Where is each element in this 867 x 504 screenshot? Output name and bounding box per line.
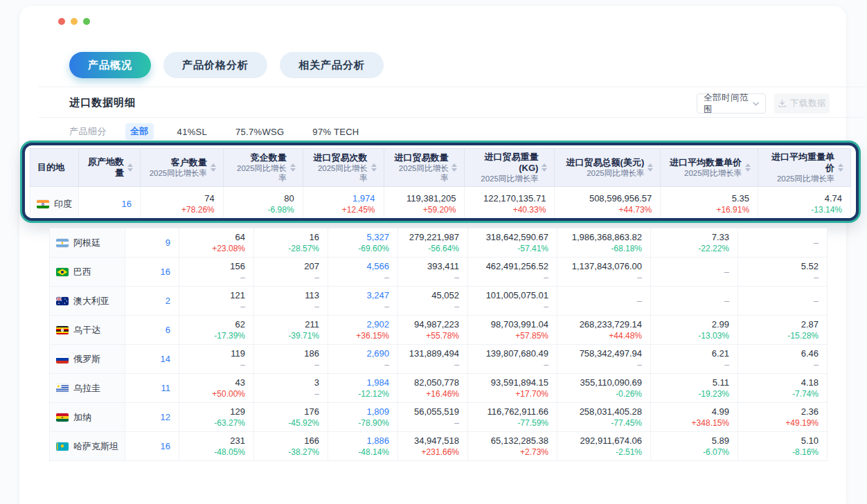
window-zoom-button[interactable] bbox=[83, 18, 90, 25]
filter-option-75-7-wsg[interactable]: 75.7%WSG bbox=[231, 125, 289, 139]
sort-icon[interactable] bbox=[647, 163, 653, 172]
cell-value: 355,110,090.69 bbox=[566, 377, 642, 388]
table-row[interactable]: 哈萨克斯坦16231-48.05%166-38.27%1,886-48.14%3… bbox=[50, 432, 828, 461]
tab-related-product-analysis[interactable]: 相关产品分析 bbox=[280, 52, 384, 78]
origin-count-link[interactable]: 12 bbox=[134, 411, 170, 423]
customer-count-cell: 74+78.26% bbox=[140, 187, 223, 222]
trade-amount-cell: 258,031,405.28-77.45% bbox=[557, 403, 651, 432]
column-header-origin-count[interactable]: 原产地数量 bbox=[79, 149, 141, 187]
cell-value: 122,170,135.71 bbox=[473, 192, 546, 204]
sort-icon[interactable] bbox=[452, 163, 457, 172]
time-range-select[interactable]: 全部时间范围 bbox=[697, 93, 766, 114]
cell-value: 5.11 bbox=[659, 377, 729, 388]
origin-count-link[interactable]: 9 bbox=[134, 237, 170, 249]
column-header-trade-amount[interactable]: 进口贸易总额(美元)2025同比增长率 bbox=[555, 149, 661, 187]
flag-icon-ru bbox=[56, 355, 69, 363]
column-header-competitor-count[interactable]: 竞企数量2025同比增长率 bbox=[223, 149, 303, 187]
trade-count-link[interactable]: 5,327 bbox=[337, 231, 389, 243]
cell-value: 176 bbox=[262, 406, 319, 417]
origin-count-cell: 16 bbox=[79, 187, 141, 222]
avg-quantity-price-cell: 7.33-22.22% bbox=[651, 228, 738, 258]
avg-weight-price-cell: – bbox=[738, 228, 828, 258]
cell-value: 166 bbox=[262, 435, 319, 447]
table-row[interactable]: 澳大利亚2121–113–3,247–45,052–101,005,075.01… bbox=[50, 287, 828, 316]
growth-rate: -69.60% bbox=[337, 244, 389, 254]
tab-product-overview[interactable]: 产品概况 bbox=[69, 52, 151, 78]
trade-count-link[interactable]: 1,974 bbox=[312, 192, 375, 204]
table-row[interactable]: 乌干达662-17.39%211-39.71%2,902+36.15%94,98… bbox=[50, 316, 828, 345]
window-minimize-button[interactable] bbox=[71, 18, 78, 25]
table-row[interactable]: 阿根廷964+23.08%16-28.57%5,327-69.60%279,22… bbox=[50, 228, 828, 258]
origin-count-link[interactable]: 16 bbox=[87, 198, 132, 210]
origin-count-link[interactable]: 16 bbox=[134, 440, 170, 452]
table-row[interactable]: 印度1674+78.26%80-6.98%1,974+12.45%119,381… bbox=[30, 187, 851, 222]
filter-option-41-sl[interactable]: 41%SL bbox=[172, 125, 212, 139]
flag-icon-au bbox=[56, 297, 69, 305]
competitor-count-cell: 186– bbox=[254, 345, 328, 374]
cell-value: 113 bbox=[262, 289, 319, 301]
avg-quantity-price-cell: – bbox=[651, 287, 738, 316]
column-header-customer-count[interactable]: 客户数量2025同比增长率 bbox=[140, 149, 223, 187]
trade-count-link[interactable]: 2,690 bbox=[337, 348, 389, 359]
filter-option-97-tech[interactable]: 97% TECH bbox=[307, 125, 364, 139]
growth-rate: -8.16% bbox=[747, 447, 819, 458]
sort-icon[interactable] bbox=[371, 163, 377, 172]
column-header-avg-weight-price[interactable]: 进口平均重量单价2025同比增长率 bbox=[758, 149, 851, 187]
origin-count-link[interactable]: 6 bbox=[134, 324, 170, 336]
sort-icon[interactable] bbox=[745, 163, 751, 172]
growth-rate: -78.90% bbox=[337, 418, 389, 429]
trade-count-link[interactable]: 1,886 bbox=[337, 435, 389, 447]
table-row[interactable]: 俄罗斯14119–186–2,690–131,889,494–139,807,6… bbox=[50, 345, 828, 374]
trade-count-link[interactable]: 3,247 bbox=[337, 289, 389, 301]
growth-rate: – bbox=[262, 302, 319, 312]
table-row[interactable]: 乌拉圭1143+50.00%3–1,984-12.12%82,050,778+1… bbox=[50, 374, 828, 403]
sort-icon[interactable] bbox=[211, 163, 216, 172]
origin-count-link[interactable]: 2 bbox=[134, 295, 170, 307]
sort-icon[interactable] bbox=[290, 163, 296, 172]
competitor-count-cell: 3– bbox=[254, 374, 328, 403]
cell-value: 508,596,956.57 bbox=[563, 192, 652, 204]
empty-value: – bbox=[566, 296, 642, 306]
cell-value: 131,889,494 bbox=[406, 348, 459, 359]
tab-product-price-analysis[interactable]: 产品价格分析 bbox=[163, 52, 267, 78]
cell-value: 94,987,223 bbox=[406, 318, 459, 330]
country-name: 巴西 bbox=[73, 266, 91, 278]
table-row[interactable]: 加纳12129-63.27%176-45.92%1,809-78.90%56,0… bbox=[50, 403, 828, 432]
origin-count-link[interactable]: 11 bbox=[134, 382, 170, 394]
table-header-row: 目的地原产地数量客户数量2025同比增长率竞企数量2025同比增长率进口贸易次数… bbox=[30, 149, 851, 187]
sort-icon[interactable] bbox=[838, 163, 843, 172]
origin-count-link[interactable]: 16 bbox=[134, 266, 170, 278]
table-row[interactable]: 巴西16156–207–4,566–393,411–462,491,256.52… bbox=[50, 258, 828, 287]
chevron-down-icon bbox=[753, 102, 759, 106]
avg-quantity-price-cell: 5.35+16.91% bbox=[661, 187, 758, 222]
origin-count-cell: 16 bbox=[125, 258, 179, 287]
avg-weight-price-cell: 2.36+49.19% bbox=[738, 403, 828, 432]
trade-count-link[interactable]: 1,984 bbox=[337, 377, 389, 388]
avg-quantity-price-cell: 2.99-13.03% bbox=[651, 316, 738, 345]
trade-count-link[interactable]: 1,809 bbox=[337, 406, 389, 417]
column-header-avg-quantity-price[interactable]: 进口平均数量单价2025同比增长率 bbox=[661, 149, 758, 187]
filter-option-all[interactable]: 全部 bbox=[125, 123, 154, 140]
cell-value: 207 bbox=[262, 260, 319, 272]
trade-count-link[interactable]: 4,566 bbox=[337, 260, 389, 272]
download-data-button[interactable]: 下载数据 bbox=[774, 93, 830, 114]
highlight-annotation: 目的地原产地数量客户数量2025同比增长率竞企数量2025同比增长率进口贸易次数… bbox=[22, 143, 859, 221]
column-header-trade-weight[interactable]: 进口贸易重量(KG)2025同比增长率 bbox=[465, 149, 555, 187]
trade-count-cell: 1,809-78.90% bbox=[328, 403, 398, 432]
country-cell: 巴西 bbox=[50, 258, 125, 287]
window-close-button[interactable] bbox=[58, 18, 65, 25]
competitor-count-cell: 113– bbox=[254, 287, 328, 316]
growth-rate: -2.51% bbox=[566, 447, 642, 458]
trade-count-link[interactable]: 2,902 bbox=[337, 318, 389, 330]
growth-rate: +44.48% bbox=[566, 331, 642, 341]
growth-rate: +16.46% bbox=[406, 389, 459, 399]
column-header-trade-quantity[interactable]: 进口贸易数量2025同比增长率 bbox=[384, 149, 465, 187]
customer-count-cell: 43+50.00% bbox=[179, 374, 254, 403]
growth-rate: – bbox=[406, 273, 459, 283]
origin-count-link[interactable]: 14 bbox=[134, 353, 170, 365]
growth-rate: +17.70% bbox=[476, 389, 548, 399]
cell-value: 268,233,729.14 bbox=[566, 318, 642, 330]
sort-icon[interactable] bbox=[542, 163, 547, 172]
sort-icon[interactable] bbox=[127, 163, 133, 172]
column-header-trade-count[interactable]: 进口贸易次数2025同比增长率 bbox=[303, 149, 384, 187]
